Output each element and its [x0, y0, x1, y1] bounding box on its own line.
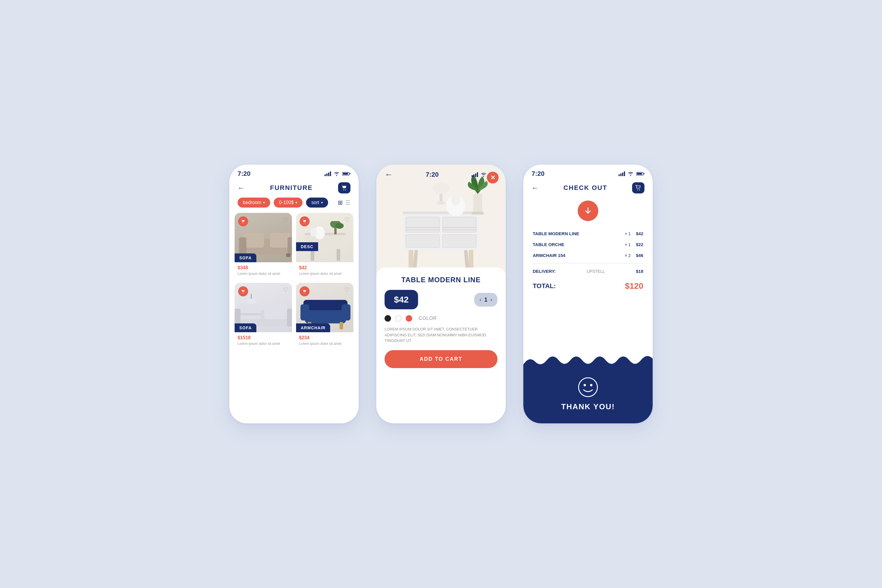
add-to-cart-button[interactable]: ADD TO CART	[384, 350, 498, 368]
svg-point-65	[433, 182, 449, 194]
svg-rect-53	[442, 235, 476, 248]
product-desc: Lorem ipsum dolor sit amet	[237, 341, 289, 346]
svg-point-16	[242, 222, 243, 223]
product-desc: Lorem ipsum dolor sit amet	[299, 341, 351, 346]
download-button[interactable]	[578, 201, 598, 221]
svg-point-8	[345, 190, 346, 190]
table-illustration	[296, 221, 353, 262]
back-arrow-1[interactable]: ←	[237, 184, 244, 192]
svg-point-45	[304, 292, 304, 293]
svg-point-27	[304, 222, 304, 223]
item-name-1: TABLE MODERN LINE	[533, 231, 620, 236]
chevron-down-icon: ▾	[263, 201, 265, 205]
status-bar-2: ← 7:20	[376, 165, 506, 182]
item-name-2: TABLE ORCHE	[533, 242, 620, 247]
svg-point-36	[247, 299, 255, 303]
back-arrow-3[interactable]: ←	[531, 184, 538, 192]
wifi-icon	[333, 171, 340, 176]
filter-bedroom[interactable]: bedroom ▾	[237, 198, 270, 208]
color-selector: COLOR	[384, 315, 498, 322]
item-qty-3: × 2	[625, 253, 631, 258]
wifi-icon	[627, 171, 634, 176]
delivery-label: DELIVERY:	[533, 269, 556, 274]
order-item-2: TABLE ORCHE × 1 $22	[533, 239, 643, 250]
product-desc-label: DESC	[296, 242, 318, 251]
svg-rect-81	[637, 173, 642, 175]
add-to-cart-badge[interactable]	[238, 216, 248, 226]
svg-rect-82	[644, 173, 645, 174]
svg-rect-31	[264, 304, 288, 319]
battery-icon	[342, 172, 351, 176]
status-bar-1: 7:20	[230, 165, 358, 180]
svg-rect-44	[340, 322, 343, 329]
list-view-icon[interactable]: ☰	[345, 199, 351, 206]
color-white[interactable]	[395, 315, 402, 322]
svg-rect-69	[472, 175, 473, 177]
svg-rect-0	[325, 174, 326, 176]
wishlist-icon[interactable]: ♡	[283, 286, 288, 293]
time-1: 7:20	[237, 170, 250, 178]
wishlist-icon[interactable]: ♡	[345, 286, 350, 293]
product-card-sofa1[interactable]: ♡ SOFA $348 Lorem ipsum dolor sit amet	[235, 213, 292, 279]
filter-price[interactable]: 0-100$ ▾	[274, 198, 303, 208]
wave-divider	[524, 353, 652, 364]
svg-point-7	[343, 190, 344, 190]
cart-icon-1[interactable]	[338, 182, 351, 194]
qty-increase[interactable]: ›	[490, 297, 492, 303]
svg-rect-49	[403, 212, 479, 214]
grid-view-icon[interactable]: ⊞	[338, 199, 343, 206]
product-desc: Lorem ipsum dolor sit amet	[237, 272, 289, 276]
product-description: LOREM IPSUM DOLOR SIT AMET, CONSECTETUER…	[384, 326, 498, 344]
product-name-label: SOFA	[235, 323, 256, 332]
color-black[interactable]	[384, 315, 391, 322]
back-arrow-2[interactable]: ←	[384, 170, 393, 179]
svg-point-85	[579, 378, 597, 397]
quantity-stepper[interactable]: ‹ 1 ›	[474, 293, 498, 307]
product-card-table1[interactable]: ♡ DESC $42 Lorem ipsum dolor sit amet	[296, 213, 353, 279]
svg-rect-3	[330, 171, 331, 176]
signal-icon	[325, 171, 331, 176]
svg-rect-76	[619, 174, 620, 176]
product-card-sofa2[interactable]: ♡ SOFA $1518 Lorem ipsum dolor sit amet	[235, 283, 292, 349]
close-button[interactable]: ✕	[487, 172, 499, 183]
product-info-2: $42 Lorem ipsum dolor sit amet	[296, 262, 353, 279]
svg-rect-72	[477, 172, 478, 177]
svg-rect-11	[270, 233, 291, 248]
filter-sort[interactable]: sort ▾	[306, 198, 328, 208]
product-grid: ♡ SOFA $348 Lorem ipsum dolor sit amet	[230, 213, 358, 349]
p1-header: ← FURNITURE	[230, 180, 358, 198]
add-to-cart-badge[interactable]	[300, 286, 310, 296]
svg-point-28	[305, 222, 306, 223]
svg-rect-79	[624, 171, 625, 176]
order-item-1: TABLE MODERN LINE × 1 $42	[533, 228, 643, 239]
download-btn-wrap	[524, 201, 652, 221]
add-to-cart-badge[interactable]	[238, 286, 248, 296]
total-label: TOTAL:	[533, 282, 556, 290]
product-price: $234	[299, 335, 351, 340]
svg-point-83	[638, 190, 638, 190]
qty-decrease[interactable]: ‹	[480, 297, 481, 303]
time-2: 7:20	[426, 171, 439, 178]
svg-point-87	[590, 384, 592, 386]
delivery-price: $18	[636, 269, 643, 274]
add-to-cart-badge[interactable]	[300, 216, 310, 226]
svg-point-17	[243, 222, 244, 223]
product-card-armchair[interactable]: ♡ ARMCHAIR $234 Lorem ipsum dolor sit am…	[296, 283, 353, 349]
smiley-icon	[578, 377, 598, 398]
view-toggle: ⊞ ☰	[338, 199, 351, 206]
phone3: 7:20	[524, 165, 652, 423]
item-qty-1: × 1	[625, 231, 631, 236]
wishlist-icon[interactable]: ♡	[345, 216, 350, 224]
svg-rect-2	[328, 172, 329, 176]
status-icons-1	[325, 171, 351, 176]
color-red[interactable]	[406, 315, 412, 322]
product-name-label: SOFA	[235, 254, 256, 262]
svg-point-38	[243, 292, 244, 293]
wishlist-icon[interactable]: ♡	[283, 216, 288, 224]
svg-rect-71	[475, 174, 476, 177]
svg-rect-30	[237, 304, 261, 319]
product-detail-card: TABLE MODERN LINE $42 ‹ 1 › COLOR LOREM …	[376, 267, 506, 374]
product-info-4: $234 Lorem ipsum dolor sit amet	[296, 332, 353, 349]
phone1: 7:20	[230, 165, 358, 423]
cart-icon-3[interactable]	[632, 182, 645, 194]
